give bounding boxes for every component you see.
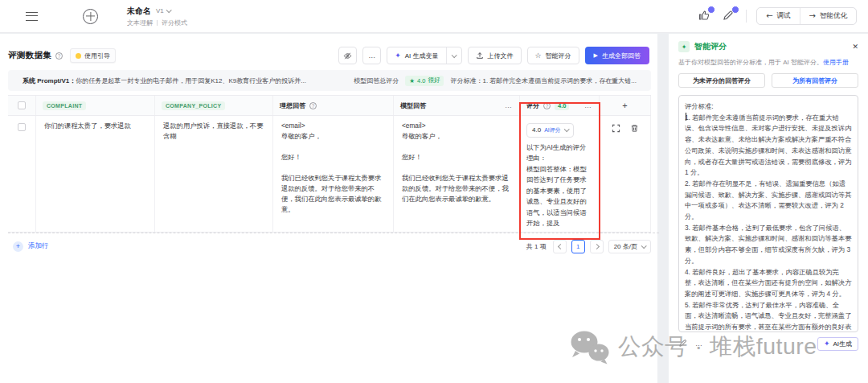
add-column-button[interactable]: + bbox=[606, 101, 644, 110]
score-reason: 以下为AI生成的评分理由： 模型回答整体：模型回答达到了任务要求的基本要素，使用… bbox=[526, 142, 592, 229]
guide-button[interactable]: 使用引导 bbox=[70, 48, 116, 63]
sparkle-icon: ✦ bbox=[395, 51, 401, 60]
column-header-score[interactable]: 评分 bbox=[526, 101, 539, 110]
sparkle-icon: ✦ bbox=[824, 340, 830, 348]
column-header-ideal[interactable]: 理想回答 bbox=[280, 101, 305, 110]
star-icon: ☆ bbox=[535, 51, 542, 60]
cell-complaint[interactable]: 你们的课程太贵了，要求退款 bbox=[44, 121, 146, 131]
ai-generate-variables-dropdown[interactable] bbox=[446, 47, 461, 64]
column-header-company-policy[interactable]: COMPANY_POLICY bbox=[162, 101, 225, 110]
mode-switch-group: ←调试 →智能优化 bbox=[756, 7, 857, 25]
sidebar-title: 智能评分 bbox=[694, 41, 727, 52]
ai-generate-button[interactable]: ✦AI生成 bbox=[817, 337, 858, 351]
sidebar-description: 基于你对模型回答的评分标准，用于 AI 智能评分。使用手册 bbox=[678, 58, 858, 67]
row-checkbox[interactable] bbox=[18, 123, 26, 131]
help-icon[interactable]: ? bbox=[55, 52, 63, 60]
expand-row-icon[interactable] bbox=[612, 124, 620, 133]
debug-button[interactable]: ←调试 bbox=[757, 8, 799, 24]
feedback-edit-icon[interactable] bbox=[722, 9, 736, 23]
cell-model-answer[interactable]: <email> 尊敬的客户， 您好！ 我们已经收到您关于课程太贵要求退款的反馈。… bbox=[402, 121, 511, 204]
score-select[interactable]: 4.0AI评分 bbox=[526, 123, 574, 138]
criteria-textarea[interactable]: 评分标准: 1. 若邮件完全未遵循当前提示词的要求，存在重大错误、包含误导性信息… bbox=[678, 95, 858, 332]
table-header-row: COMPLAINT COMPANY_POLICY 理想回答? 模型回答… 评分?… bbox=[8, 96, 651, 116]
chevron-down-icon bbox=[166, 7, 171, 13]
score-column-badge: 4.0 bbox=[555, 101, 569, 110]
table-bottom-divider bbox=[8, 233, 659, 233]
dataset-panel: 评测数据集 ? 使用引导 … ✦AI 生成变量 上传文件 ☆ 智能评分 ▶ 生成… bbox=[0, 34, 657, 383]
help-icon: ? bbox=[543, 102, 551, 109]
play-icon: ▶ bbox=[594, 52, 598, 59]
add-row-button[interactable]: + 添加行 bbox=[13, 241, 49, 252]
table-row: 你们的课程太贵了，要求退款 退款的用户投诉，直接退款，不要含糊 <email> … bbox=[8, 116, 651, 233]
app-subtitle: 文本理解评分模式 bbox=[127, 19, 187, 27]
total-score-badge: ★4.0很好 bbox=[405, 76, 444, 86]
target-icon[interactable] bbox=[83, 9, 98, 24]
dataset-table: COMPLAINT COMPANY_POLICY 理想回答? 模型回答… 评分?… bbox=[8, 95, 651, 233]
feedback-like-icon[interactable] bbox=[698, 9, 712, 23]
column-menu-icon[interactable]: … bbox=[584, 101, 592, 109]
smart-score-button[interactable]: ☆ 智能评分 bbox=[527, 47, 579, 64]
total-score-label: 模型回答总评分 bbox=[354, 76, 399, 85]
smart-optimize-button[interactable]: →智能优化 bbox=[800, 8, 856, 24]
close-icon[interactable]: ✕ bbox=[852, 43, 858, 51]
page-size-select[interactable]: 20 条/页 bbox=[608, 240, 651, 253]
notification-badge bbox=[731, 6, 739, 14]
column-header-complaint[interactable]: COMPLAINT bbox=[43, 101, 86, 110]
edit-icon[interactable] bbox=[678, 336, 687, 351]
generate-all-answers-button[interactable]: ▶ 生成全部回答 bbox=[585, 47, 649, 64]
next-page-button[interactable] bbox=[590, 240, 604, 253]
smart-score-sidebar: ✦ 智能评分 ✕ 基于你对模型回答的评分标准，用于 AI 智能评分。使用手册 为… bbox=[669, 34, 868, 383]
system-prompt-bar[interactable]: 系统 Prompt/V1：你的任务是起草一封专业的电子邮件，用于回复K12、K9… bbox=[8, 70, 651, 91]
pagination-total: 共 1 项 bbox=[526, 242, 547, 251]
more-icon[interactable]: … bbox=[695, 340, 703, 348]
app-title: 未命名 bbox=[127, 6, 151, 17]
ai-generate-variables-button[interactable]: ✦AI 生成变量 bbox=[387, 47, 461, 64]
smart-score-icon: ✦ bbox=[678, 41, 690, 52]
prev-page-button[interactable] bbox=[553, 240, 567, 253]
score-all-button[interactable]: 为所有回答评分 bbox=[772, 73, 858, 88]
divider bbox=[746, 10, 747, 23]
pagination: 共 1 项 1 20 条/页 bbox=[526, 240, 651, 253]
select-all-checkbox[interactable] bbox=[18, 101, 26, 109]
manual-link[interactable]: 使用手册 bbox=[823, 59, 849, 66]
plus-icon: + bbox=[13, 241, 23, 252]
app-title-block: 未命名 V1 文本理解评分模式 bbox=[127, 6, 187, 27]
score-unscored-button[interactable]: 为未评分的回答评分 bbox=[678, 73, 765, 88]
current-page[interactable]: 1 bbox=[571, 240, 585, 253]
version-selector[interactable]: V1 bbox=[156, 7, 170, 14]
menu-icon[interactable] bbox=[26, 12, 38, 21]
hide-columns-button[interactable] bbox=[338, 47, 357, 64]
star-icon: ★ bbox=[409, 77, 415, 84]
cell-ideal-answer[interactable]: <email> 尊敬的客户， 您好！ 我们已经收到您关于课程太贵要求退款的反馈。… bbox=[281, 121, 385, 215]
topbar: 未命名 V1 文本理解评分模式 ←调试 →智能优化 bbox=[0, 0, 868, 33]
notification-badge bbox=[707, 6, 715, 14]
more-actions-button[interactable]: … bbox=[362, 47, 381, 64]
page-title: 评测数据集 bbox=[8, 50, 51, 61]
cell-company-policy[interactable]: 退款的用户投诉，直接退款，不要含糊 bbox=[163, 121, 264, 142]
criteria-preview: 评分标准：1. 若邮件完全未遵循当前提示词的要求，存在重大错... bbox=[450, 76, 637, 85]
help-icon: ? bbox=[309, 102, 317, 109]
delete-row-icon[interactable] bbox=[630, 124, 639, 133]
column-header-model[interactable]: 模型回答 bbox=[400, 101, 426, 110]
column-menu-icon[interactable]: … bbox=[505, 101, 513, 109]
upload-file-button[interactable]: 上传文件 bbox=[468, 47, 522, 64]
system-prompt-text: 系统 Prompt/V1：你的任务是起草一封专业的电子邮件，用于回复K12、K9… bbox=[23, 76, 306, 85]
bulb-icon bbox=[76, 53, 81, 59]
text-cursor bbox=[686, 113, 686, 121]
